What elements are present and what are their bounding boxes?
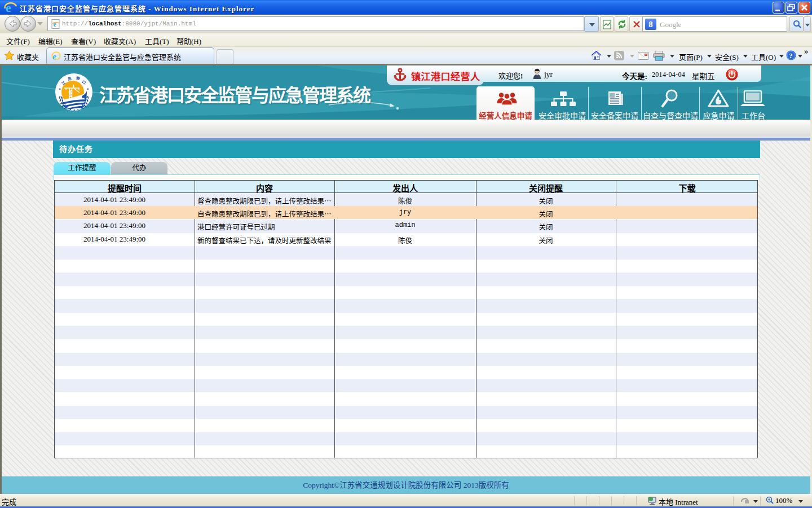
svg-text:e: e <box>52 52 56 61</box>
svg-text:e: e <box>54 20 57 28</box>
svg-text:?: ? <box>789 51 793 60</box>
